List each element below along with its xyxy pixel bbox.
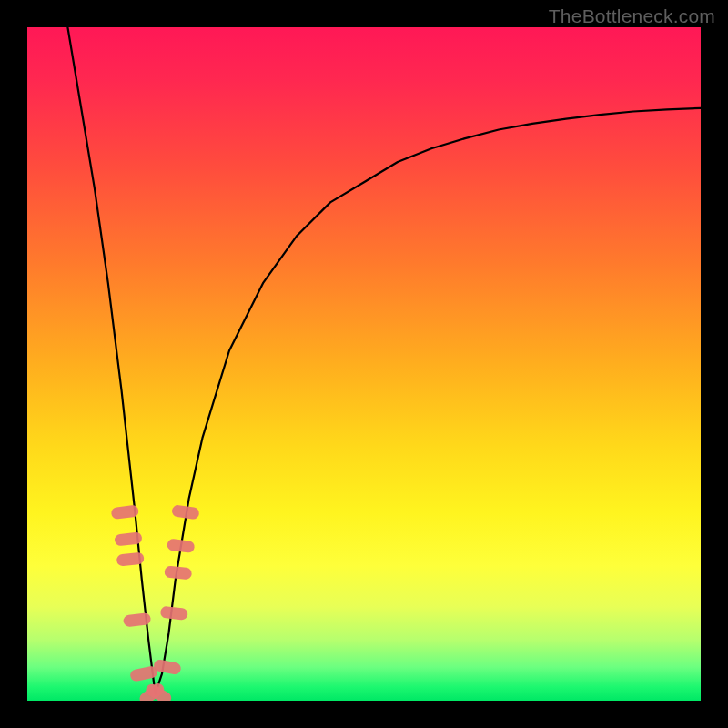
bottleneck-curve	[67, 27, 701, 694]
marker-capsule	[167, 539, 195, 554]
plot-area	[27, 27, 701, 701]
marker-capsule	[171, 504, 200, 520]
watermark-text: TheBottleneck.com	[549, 5, 715, 27]
chart-frame: TheBottleneck.com	[0, 0, 728, 728]
marker-group	[111, 504, 200, 701]
marker-capsule	[160, 606, 188, 621]
curve-layer	[27, 27, 701, 701]
marker-capsule	[164, 565, 192, 580]
